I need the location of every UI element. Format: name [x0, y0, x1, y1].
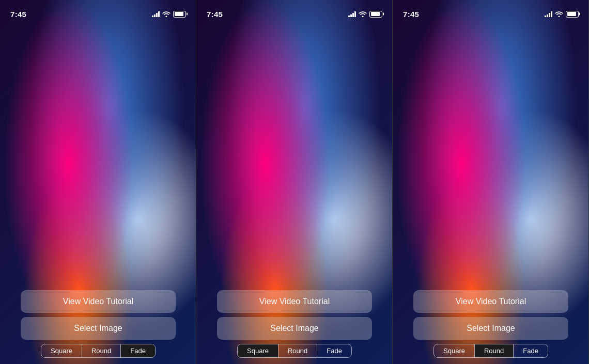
phone-controls-1: View Video Tutorial Select Image Square …	[0, 290, 196, 364]
seg-square-3[interactable]: Square	[434, 344, 474, 357]
seg-square-1[interactable]: Square	[41, 344, 82, 357]
status-icons-1	[152, 11, 186, 18]
battery-icon-2	[369, 11, 382, 18]
seg-fade-2[interactable]: Fade	[317, 344, 351, 357]
phone-controls-2: View Video Tutorial Select Image Square …	[196, 290, 393, 364]
phone-controls-3: View Video Tutorial Select Image Square …	[393, 290, 589, 364]
seg-round-1[interactable]: Round	[82, 344, 120, 357]
status-bar-2: 7:45	[196, 0, 393, 23]
wifi-icon-1	[162, 11, 171, 17]
view-tutorial-button-3[interactable]: View Video Tutorial	[413, 290, 568, 313]
status-time-2: 7:45	[207, 10, 223, 19]
segment-control-1: Square Round Fade	[41, 344, 156, 358]
seg-fade-3[interactable]: Fade	[513, 344, 548, 357]
status-bar-1: 7:45	[0, 0, 196, 23]
seg-round-3[interactable]: Round	[474, 344, 513, 357]
signal-icon-2	[348, 11, 356, 17]
phone-screen-2: 7:45 View Video Tutorial Select Image Sq…	[196, 0, 393, 364]
wifi-icon-3	[555, 11, 563, 17]
view-tutorial-button-2[interactable]: View Video Tutorial	[217, 290, 372, 313]
status-bar-3: 7:45	[393, 0, 589, 23]
seg-square-2[interactable]: Square	[238, 344, 278, 357]
status-icons-3	[545, 11, 579, 18]
seg-fade-1[interactable]: Fade	[120, 344, 155, 357]
segment-control-3: Square Round Fade	[433, 344, 548, 358]
signal-icon-3	[545, 11, 552, 17]
battery-icon-1	[173, 11, 186, 18]
status-icons-2	[348, 11, 382, 18]
status-time-1: 7:45	[10, 10, 26, 19]
select-image-button-3[interactable]: Select Image	[413, 317, 568, 340]
segment-control-2: Square Round Fade	[237, 344, 352, 358]
select-image-button-1[interactable]: Select Image	[21, 317, 176, 340]
phone-screen-3: 7:45 View Video Tutorial Select Image Sq…	[393, 0, 589, 364]
view-tutorial-button-1[interactable]: View Video Tutorial	[21, 290, 176, 313]
battery-icon-3	[566, 11, 579, 18]
select-image-button-2[interactable]: Select Image	[217, 317, 372, 340]
signal-icon-1	[152, 11, 160, 17]
status-time-3: 7:45	[403, 10, 419, 19]
wifi-icon-2	[359, 11, 367, 17]
seg-round-2[interactable]: Round	[278, 344, 317, 357]
phone-screen-1: 7:45 View Video Tutorial Select Image Sq…	[0, 0, 196, 364]
